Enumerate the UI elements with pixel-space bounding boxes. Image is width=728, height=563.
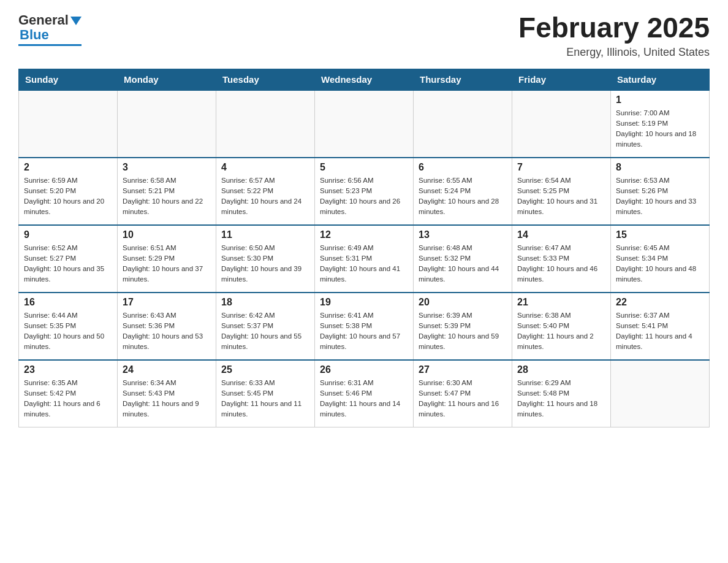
day-sun-info: Sunrise: 6:59 AMSunset: 5:20 PMDaylight:… bbox=[24, 175, 112, 218]
calendar-cell: 16Sunrise: 6:44 AMSunset: 5:35 PMDayligh… bbox=[19, 293, 118, 360]
title-block: February 2025 Energy, Illinois, United S… bbox=[518, 12, 710, 59]
day-number: 22 bbox=[616, 297, 704, 308]
calendar-cell: 3Sunrise: 6:58 AMSunset: 5:21 PMDaylight… bbox=[118, 158, 216, 225]
calendar-cell: 4Sunrise: 6:57 AMSunset: 5:22 PMDaylight… bbox=[216, 158, 315, 225]
day-number: 12 bbox=[320, 229, 408, 240]
day-sun-info: Sunrise: 6:42 AMSunset: 5:37 PMDaylight:… bbox=[221, 310, 309, 353]
day-sun-info: Sunrise: 6:55 AMSunset: 5:24 PMDaylight:… bbox=[419, 175, 507, 218]
calendar-cell: 10Sunrise: 6:51 AMSunset: 5:29 PMDayligh… bbox=[118, 225, 216, 293]
calendar-cell bbox=[611, 360, 710, 427]
calendar-cell bbox=[414, 90, 512, 158]
calendar-cell: 15Sunrise: 6:45 AMSunset: 5:34 PMDayligh… bbox=[611, 225, 710, 293]
day-sun-info: Sunrise: 6:45 AMSunset: 5:34 PMDaylight:… bbox=[616, 243, 704, 285]
day-sun-info: Sunrise: 6:57 AMSunset: 5:22 PMDaylight:… bbox=[221, 175, 309, 218]
day-number: 16 bbox=[24, 297, 112, 308]
calendar-week-row: 1Sunrise: 7:00 AMSunset: 5:19 PMDaylight… bbox=[19, 90, 710, 158]
day-number: 5 bbox=[320, 162, 408, 173]
day-number: 27 bbox=[419, 364, 507, 375]
logo-general-text: General bbox=[18, 12, 69, 28]
calendar-cell: 1Sunrise: 7:00 AMSunset: 5:19 PMDaylight… bbox=[611, 90, 710, 158]
day-sun-info: Sunrise: 6:58 AMSunset: 5:21 PMDaylight:… bbox=[123, 175, 211, 218]
day-number: 21 bbox=[517, 297, 605, 308]
calendar-table: SundayMondayTuesdayWednesdayThursdayFrid… bbox=[18, 69, 710, 428]
calendar-cell: 19Sunrise: 6:41 AMSunset: 5:38 PMDayligh… bbox=[315, 293, 414, 360]
day-number: 13 bbox=[419, 229, 507, 240]
day-sun-info: Sunrise: 6:35 AMSunset: 5:42 PMDaylight:… bbox=[24, 378, 112, 420]
day-number: 24 bbox=[123, 364, 211, 375]
calendar-cell: 11Sunrise: 6:50 AMSunset: 5:30 PMDayligh… bbox=[216, 225, 315, 293]
day-sun-info: Sunrise: 6:39 AMSunset: 5:39 PMDaylight:… bbox=[419, 310, 507, 353]
calendar-cell: 20Sunrise: 6:39 AMSunset: 5:39 PMDayligh… bbox=[414, 293, 512, 360]
calendar-cell: 26Sunrise: 6:31 AMSunset: 5:46 PMDayligh… bbox=[315, 360, 414, 427]
day-number: 11 bbox=[221, 229, 309, 240]
weekday-header-monday: Monday bbox=[118, 69, 216, 90]
day-sun-info: Sunrise: 6:54 AMSunset: 5:25 PMDaylight:… bbox=[517, 175, 605, 218]
day-number: 25 bbox=[221, 364, 309, 375]
day-sun-info: Sunrise: 6:50 AMSunset: 5:30 PMDaylight:… bbox=[221, 243, 309, 285]
day-number: 26 bbox=[320, 364, 408, 375]
day-number: 2 bbox=[24, 162, 112, 173]
day-number: 4 bbox=[221, 162, 309, 173]
day-number: 19 bbox=[320, 297, 408, 308]
day-sun-info: Sunrise: 6:37 AMSunset: 5:41 PMDaylight:… bbox=[616, 310, 704, 353]
page-header: General Blue February 2025 Energy, Illin… bbox=[18, 12, 710, 59]
logo-triangle-icon bbox=[70, 17, 82, 25]
calendar-cell: 17Sunrise: 6:43 AMSunset: 5:36 PMDayligh… bbox=[118, 293, 216, 360]
calendar-week-row: 2Sunrise: 6:59 AMSunset: 5:20 PMDaylight… bbox=[19, 158, 710, 225]
calendar-cell: 21Sunrise: 6:38 AMSunset: 5:40 PMDayligh… bbox=[512, 293, 611, 360]
calendar-cell bbox=[512, 90, 611, 158]
calendar-cell: 23Sunrise: 6:35 AMSunset: 5:42 PMDayligh… bbox=[19, 360, 118, 427]
day-number: 14 bbox=[517, 229, 605, 240]
day-sun-info: Sunrise: 6:53 AMSunset: 5:26 PMDaylight:… bbox=[616, 175, 704, 218]
weekday-header-tuesday: Tuesday bbox=[216, 69, 315, 90]
month-title: February 2025 bbox=[518, 12, 710, 44]
calendar-cell: 8Sunrise: 6:53 AMSunset: 5:26 PMDaylight… bbox=[611, 158, 710, 225]
calendar-cell: 27Sunrise: 6:30 AMSunset: 5:47 PMDayligh… bbox=[414, 360, 512, 427]
weekday-header-friday: Friday bbox=[512, 69, 611, 90]
day-number: 9 bbox=[24, 229, 112, 240]
calendar-cell: 22Sunrise: 6:37 AMSunset: 5:41 PMDayligh… bbox=[611, 293, 710, 360]
day-sun-info: Sunrise: 6:41 AMSunset: 5:38 PMDaylight:… bbox=[320, 310, 408, 353]
day-sun-info: Sunrise: 6:31 AMSunset: 5:46 PMDaylight:… bbox=[320, 378, 408, 420]
day-sun-info: Sunrise: 6:51 AMSunset: 5:29 PMDaylight:… bbox=[123, 243, 211, 285]
day-sun-info: Sunrise: 6:34 AMSunset: 5:43 PMDaylight:… bbox=[123, 378, 211, 420]
weekday-header-sunday: Sunday bbox=[19, 69, 118, 90]
calendar-cell: 12Sunrise: 6:49 AMSunset: 5:31 PMDayligh… bbox=[315, 225, 414, 293]
day-sun-info: Sunrise: 6:52 AMSunset: 5:27 PMDaylight:… bbox=[24, 243, 112, 285]
day-sun-info: Sunrise: 6:29 AMSunset: 5:48 PMDaylight:… bbox=[517, 378, 605, 420]
weekday-header-row: SundayMondayTuesdayWednesdayThursdayFrid… bbox=[19, 69, 710, 90]
calendar-cell bbox=[315, 90, 414, 158]
calendar-cell: 25Sunrise: 6:33 AMSunset: 5:45 PMDayligh… bbox=[216, 360, 315, 427]
day-number: 6 bbox=[419, 162, 507, 173]
weekday-header-thursday: Thursday bbox=[414, 69, 512, 90]
weekday-header-saturday: Saturday bbox=[611, 69, 710, 90]
calendar-cell: 9Sunrise: 6:52 AMSunset: 5:27 PMDaylight… bbox=[19, 225, 118, 293]
calendar-cell: 18Sunrise: 6:42 AMSunset: 5:37 PMDayligh… bbox=[216, 293, 315, 360]
logo-blue-text: Blue bbox=[20, 27, 49, 43]
day-sun-info: Sunrise: 6:30 AMSunset: 5:47 PMDaylight:… bbox=[419, 378, 507, 420]
day-number: 10 bbox=[123, 229, 211, 240]
day-sun-info: Sunrise: 6:44 AMSunset: 5:35 PMDaylight:… bbox=[24, 310, 112, 353]
day-number: 28 bbox=[517, 364, 605, 375]
day-sun-info: Sunrise: 7:00 AMSunset: 5:19 PMDaylight:… bbox=[616, 108, 704, 150]
calendar-cell bbox=[216, 90, 315, 158]
day-number: 3 bbox=[123, 162, 211, 173]
day-sun-info: Sunrise: 6:38 AMSunset: 5:40 PMDaylight:… bbox=[517, 310, 605, 353]
calendar-week-row: 9Sunrise: 6:52 AMSunset: 5:27 PMDaylight… bbox=[19, 225, 710, 293]
location-subtitle: Energy, Illinois, United States bbox=[518, 46, 710, 59]
day-number: 8 bbox=[616, 162, 704, 173]
calendar-week-row: 16Sunrise: 6:44 AMSunset: 5:35 PMDayligh… bbox=[19, 293, 710, 360]
calendar-cell: 13Sunrise: 6:48 AMSunset: 5:32 PMDayligh… bbox=[414, 225, 512, 293]
day-number: 7 bbox=[517, 162, 605, 173]
calendar-cell bbox=[118, 90, 216, 158]
day-sun-info: Sunrise: 6:49 AMSunset: 5:31 PMDaylight:… bbox=[320, 243, 408, 285]
weekday-header-wednesday: Wednesday bbox=[315, 69, 414, 90]
logo-underline bbox=[18, 44, 82, 46]
day-number: 17 bbox=[123, 297, 211, 308]
day-number: 1 bbox=[616, 94, 704, 105]
calendar-cell: 2Sunrise: 6:59 AMSunset: 5:20 PMDaylight… bbox=[19, 158, 118, 225]
calendar-cell bbox=[19, 90, 118, 158]
day-sun-info: Sunrise: 6:43 AMSunset: 5:36 PMDaylight:… bbox=[123, 310, 211, 353]
day-sun-info: Sunrise: 6:33 AMSunset: 5:45 PMDaylight:… bbox=[221, 378, 309, 420]
day-number: 20 bbox=[419, 297, 507, 308]
